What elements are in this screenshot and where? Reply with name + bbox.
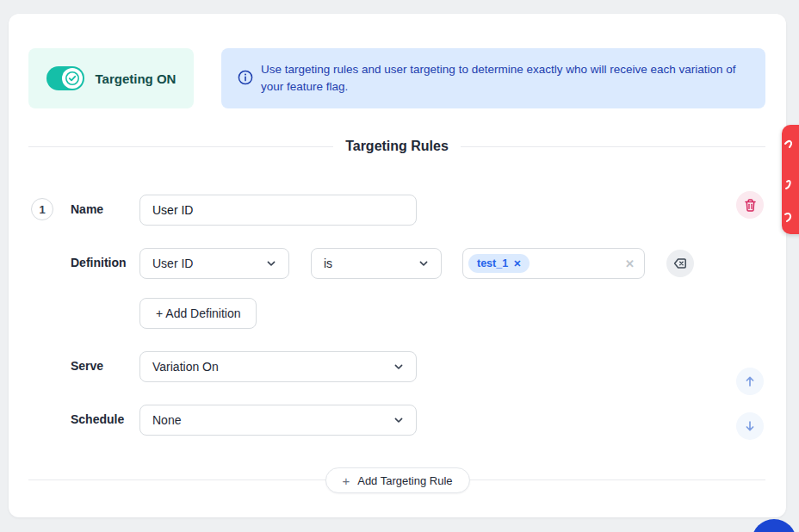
section-title: Targeting Rules xyxy=(345,139,449,154)
arrow-down-icon xyxy=(743,419,757,433)
chat-widget-button[interactable] xyxy=(752,519,796,532)
clear-values-icon[interactable]: ✕ xyxy=(625,257,635,270)
targeting-toggle[interactable] xyxy=(46,66,84,90)
chevron-down-icon xyxy=(393,361,405,373)
add-targeting-rule-button[interactable]: + Add Targeting Rule xyxy=(325,467,469,493)
add-targeting-rule-label: Add Targeting Rule xyxy=(357,474,452,487)
info-banner: Use targeting rules and user targeting t… xyxy=(221,48,765,108)
definition-label: Definition xyxy=(71,256,127,269)
chevron-down-icon xyxy=(265,257,277,269)
delete-rule-button[interactable] xyxy=(736,191,764,219)
name-label: Name xyxy=(71,202,103,216)
remove-definition-button[interactable] xyxy=(666,250,694,277)
targeting-toggle-label: Targeting ON xyxy=(96,71,177,86)
backspace-icon xyxy=(672,256,688,271)
attribute-select[interactable]: User ID xyxy=(139,248,289,279)
check-circle-icon xyxy=(65,71,80,86)
move-rule-up-button[interactable] xyxy=(736,368,764,395)
divider xyxy=(28,146,333,147)
rule-number-badge: 1 xyxy=(31,198,53,220)
targeting-card: Targeting ON Use targeting rules and use… xyxy=(9,14,786,517)
chevron-down-icon xyxy=(418,257,430,269)
schedule-select[interactable]: None xyxy=(139,405,417,436)
schedule-select-value: None xyxy=(152,413,181,427)
info-icon xyxy=(238,70,253,85)
plus-icon: + xyxy=(342,473,350,488)
add-definition-button[interactable]: + Add Definition xyxy=(139,298,257,329)
value-chip-label: test_1 xyxy=(477,257,508,269)
arrow-up-icon xyxy=(743,374,757,388)
values-tag-input[interactable]: test_1 ✕ ✕ xyxy=(462,248,645,279)
serve-label: Serve xyxy=(71,359,103,373)
script-text-icon xyxy=(782,125,799,234)
rule-name-input[interactable] xyxy=(139,195,417,226)
value-chip: test_1 ✕ xyxy=(468,254,530,273)
info-banner-text: Use targeting rules and user targeting t… xyxy=(261,61,750,96)
section-heading: Targeting Rules xyxy=(28,139,765,154)
feedback-side-tab[interactable] xyxy=(782,125,799,234)
page: Targeting ON Use targeting rules and use… xyxy=(0,0,799,532)
move-rule-down-button[interactable] xyxy=(736,412,764,440)
targeting-toggle-box: Targeting ON xyxy=(28,48,194,108)
operator-select[interactable]: is xyxy=(311,248,442,279)
trash-icon xyxy=(743,198,758,213)
operator-select-value: is xyxy=(324,257,332,270)
toggle-knob xyxy=(62,68,83,89)
chip-remove-icon[interactable]: ✕ xyxy=(513,258,521,269)
divider xyxy=(461,146,765,147)
serve-select-value: Variation On xyxy=(152,360,219,374)
chevron-down-icon xyxy=(393,414,405,426)
schedule-label: Schedule xyxy=(71,412,124,426)
serve-select[interactable]: Variation On xyxy=(139,351,417,382)
attribute-select-value: User ID xyxy=(152,257,193,270)
